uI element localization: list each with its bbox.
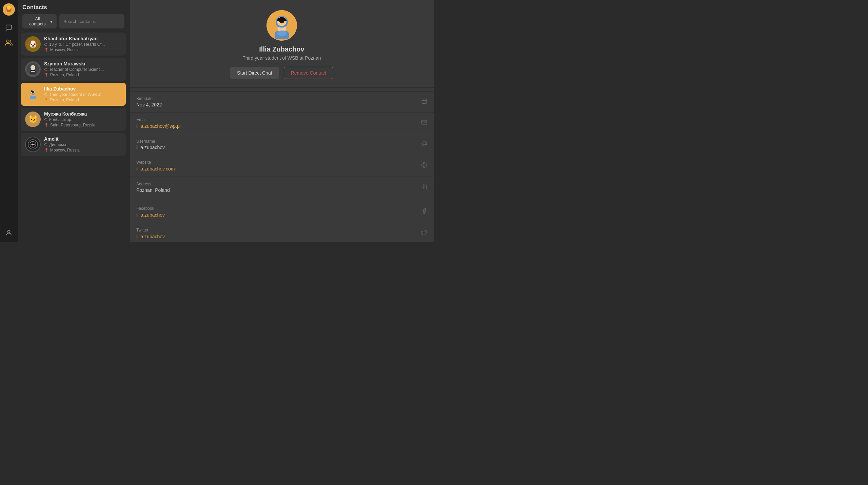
search-input[interactable] — [59, 14, 124, 28]
svg-rect-16 — [30, 96, 36, 99]
svg-point-29 — [277, 31, 287, 36]
facebook-icon — [421, 208, 427, 216]
email-icon — [421, 119, 427, 127]
svg-rect-30 — [422, 99, 427, 104]
pin-icon: 📍 — [44, 48, 49, 52]
twitter-label: Twitter — [136, 228, 165, 233]
contact-item-szymon[interactable]: Szymon Murawski ⏱ Teacher of Computer Sc… — [21, 58, 126, 81]
facebook-label: Facebook — [136, 206, 165, 211]
globe-icon — [421, 162, 427, 170]
contact-item-musya[interactable]: 🐱 Мусяка Колбасяка ⏱ Колбасятор. 📍 Saint… — [21, 108, 126, 131]
clock-icon: ⏱ — [44, 67, 48, 72]
contact-loc-illia: 📍 Poznan, Poland — [44, 98, 122, 102]
contact-name-musya: Мусяка Колбасяка — [44, 111, 122, 117]
username-info: Username illia.zubachov — [136, 139, 165, 150]
profile-avatar — [267, 10, 297, 41]
icon-sidebar — [0, 0, 18, 242]
address-info: Address Poznan, Poland — [136, 182, 170, 193]
contact-name-illia: Illia Zubachov — [44, 86, 122, 92]
detail-row-birthdate: Birthdate Nov 4, 2022 — [130, 92, 434, 113]
detail-section-social: Facebook illia.zubachov Twitter illia.zu… — [130, 201, 434, 242]
svg-point-3 — [7, 40, 9, 42]
twitter-info: Twitter illia.zubachov — [136, 228, 165, 240]
svg-rect-10 — [31, 70, 35, 71]
contacts-panel: Contacts All contacts ▾ 🐶 Khachatur Khac… — [18, 0, 130, 242]
contact-name-szymon: Szymon Murawski — [44, 61, 122, 66]
contact-loc-musya: 📍 Saint-Petersburg, Russia — [44, 123, 122, 127]
website-label: Website — [136, 160, 175, 165]
filter-label: All contacts — [26, 16, 48, 26]
contacts-toolbar: All contacts ▾ — [18, 14, 129, 33]
avatar-khachatur: 🐶 — [25, 36, 41, 52]
svg-point-23 — [32, 144, 34, 145]
contact-info-szymon: Szymon Murawski ⏱ Teacher of Computer Sc… — [44, 61, 122, 77]
remove-contact-button[interactable]: Remove Contact — [284, 67, 333, 79]
svg-point-15 — [31, 90, 33, 92]
svg-point-34 — [423, 143, 425, 145]
facebook-info: Facebook illia.zubachov — [136, 206, 165, 218]
calendar-icon — [421, 98, 427, 106]
start-chat-button[interactable]: Start Direct Chat — [230, 67, 279, 79]
chat-sidebar-icon[interactable] — [3, 22, 15, 34]
contact-loc-amelit: 📍 Moscow, Russia — [44, 148, 122, 153]
email-label: Email — [136, 117, 181, 122]
detail-row-facebook: Facebook illia.zubachov — [130, 201, 434, 223]
username-label: Username — [136, 139, 165, 144]
filter-button[interactable]: All contacts ▾ — [22, 14, 57, 28]
profile-sidebar-icon[interactable] — [3, 227, 15, 239]
detail-row-email: Email illia.zubachov@wp.pl — [130, 113, 434, 134]
contact-info-illia: Illia Zubachov ⏱ Third year student of W… — [44, 86, 122, 102]
website-value[interactable]: illia.zubachov.com — [136, 166, 175, 171]
website-info: Website illia.zubachov.com — [136, 160, 175, 172]
profile-actions: Start Direct Chat Remove Contact — [230, 67, 333, 79]
contact-sub-musya: ⏱ Колбасятор. — [44, 117, 122, 122]
app-logo — [3, 3, 15, 16]
contacts-title: Contacts — [18, 0, 129, 14]
contact-item-illia[interactable]: Illia Zubachov ⏱ Third year student of W… — [21, 83, 126, 106]
main-content: Illia Zubachov Third year student of WSB… — [130, 0, 434, 242]
contact-info-amelit: Amelit ⏱ Дипломат 📍 Moscow, Russia — [44, 136, 122, 153]
username-value: illia.zubachov — [136, 145, 165, 150]
profile-name: Illia Zubachov — [259, 45, 304, 53]
svg-point-2 — [7, 6, 11, 10]
contacts-sidebar-icon[interactable] — [3, 37, 15, 49]
clock-icon: ⏱ — [44, 42, 48, 46]
avatar-musya: 🐱 — [25, 112, 41, 127]
detail-row-website: Website illia.zubachov.com — [130, 155, 434, 177]
email-value[interactable]: illia.zubachov@wp.pl — [136, 123, 181, 129]
detail-row-twitter: Twitter illia.zubachov — [130, 223, 434, 242]
contact-sub-amelit: ⏱ Дипломат — [44, 142, 122, 147]
email-info: Email illia.zubachov@wp.pl — [136, 117, 181, 129]
contact-sub-illia: ⏱ Third year student of WSB at... — [44, 92, 122, 97]
birthdate-info: Birthdate Nov 4, 2022 — [136, 96, 162, 107]
detail-row-address: Address Poznan, Poland — [130, 177, 434, 198]
contact-name-amelit: Amelit — [44, 136, 122, 142]
pin-icon: 📍 — [44, 73, 49, 77]
birthdate-label: Birthdate — [136, 96, 162, 101]
detail-section-info: Birthdate Nov 4, 2022 Email illia.zubach… — [130, 91, 434, 198]
profile-header: Illia Zubachov Third year student of WSB… — [130, 0, 434, 88]
address-value: Poznan, Poland — [136, 187, 170, 193]
svg-point-9 — [31, 65, 35, 69]
avatar-illia-list — [25, 86, 41, 102]
avatar-szymon — [25, 61, 41, 77]
chevron-down-icon: ▾ — [50, 19, 53, 24]
contact-info-khachatur: Khachatur Khachatryan ⏱ 13 y. o. | C# po… — [44, 36, 122, 52]
contact-item-khachatur[interactable]: 🐶 Khachatur Khachatryan ⏱ 13 y. o. | C# … — [21, 33, 126, 56]
avatar-amelit — [25, 137, 41, 152]
svg-point-4 — [7, 230, 10, 233]
contact-sub-szymon: ⏱ Teacher of Computer Scienc... — [44, 67, 122, 72]
profile-bio: Third year student of WSB at Poznan — [242, 55, 321, 61]
facebook-value[interactable]: illia.zubachov — [136, 212, 165, 218]
contact-item-amelit[interactable]: Amelit ⏱ Дипломат 📍 Moscow, Russia — [21, 133, 126, 156]
twitter-icon — [421, 230, 427, 238]
birthdate-value: Nov 4, 2022 — [136, 102, 162, 107]
address-label: Address — [136, 182, 170, 186]
contact-loc-khachatur: 📍 Moscow, Russia — [44, 47, 122, 52]
twitter-value[interactable]: illia.zubachov — [136, 234, 165, 239]
detail-row-username: Username illia.zubachov — [130, 134, 434, 155]
contact-name-khachatur: Khachatur Khachatryan — [44, 36, 122, 41]
home-icon — [421, 183, 427, 191]
contacts-list: 🐶 Khachatur Khachatryan ⏱ 13 y. o. | C# … — [18, 33, 129, 242]
contact-sub-khachatur: ⏱ 13 y. o. | C# pozer, Hearts Of... — [44, 42, 122, 47]
